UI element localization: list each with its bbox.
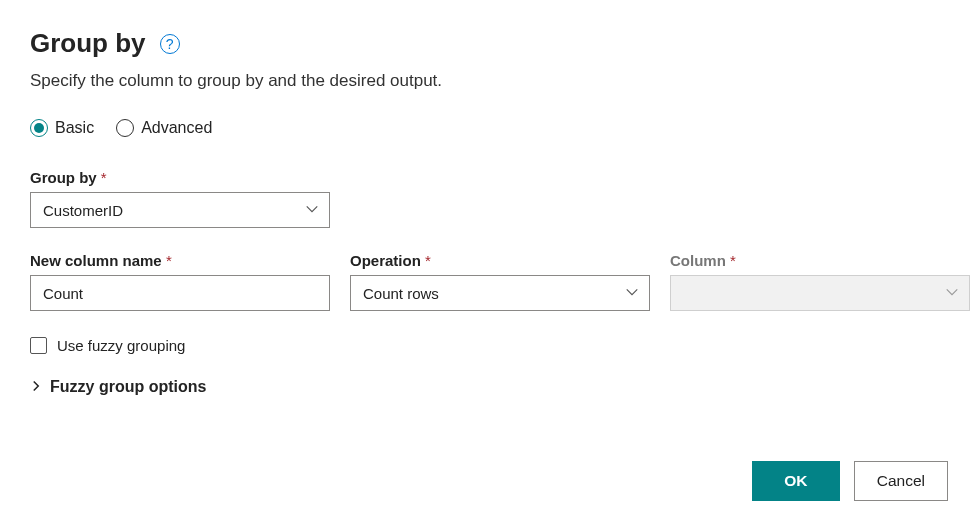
chevron-down-icon xyxy=(305,202,319,219)
fuzzy-grouping-label: Use fuzzy grouping xyxy=(57,337,185,354)
chevron-down-icon xyxy=(625,285,639,302)
operation-field: Operation * Count rows xyxy=(350,252,650,311)
radio-basic-label: Basic xyxy=(55,119,94,137)
dialog-subtitle: Specify the column to group by and the d… xyxy=(30,71,948,91)
new-column-input[interactable]: Count xyxy=(30,275,330,311)
ok-button[interactable]: OK xyxy=(752,461,840,501)
help-icon[interactable]: ? xyxy=(160,34,180,54)
aggregation-row: New column name * Count Operation * Coun… xyxy=(30,252,948,311)
new-column-field: New column name * Count xyxy=(30,252,330,311)
fuzzy-grouping-checkbox[interactable]: Use fuzzy grouping xyxy=(30,337,948,354)
fuzzy-options-label: Fuzzy group options xyxy=(50,378,206,396)
new-column-value: Count xyxy=(43,285,83,302)
group-by-select[interactable]: CustomerID xyxy=(30,192,330,228)
column-field: Column * xyxy=(670,252,970,311)
operation-value: Count rows xyxy=(363,285,439,302)
operation-label: Operation * xyxy=(350,252,650,269)
radio-advanced-label: Advanced xyxy=(141,119,212,137)
radio-circle-icon xyxy=(116,119,134,137)
operation-label-text: Operation xyxy=(350,252,421,269)
group-by-value: CustomerID xyxy=(43,202,123,219)
dialog-footer: OK Cancel xyxy=(752,461,948,501)
radio-basic[interactable]: Basic xyxy=(30,119,94,137)
group-by-dialog: Group by ? Specify the column to group b… xyxy=(0,0,978,525)
radio-dot-icon xyxy=(34,123,44,133)
radio-circle-icon xyxy=(30,119,48,137)
chevron-right-icon xyxy=(30,378,42,396)
required-mark: * xyxy=(730,252,736,269)
required-mark: * xyxy=(425,252,431,269)
chevron-down-icon xyxy=(945,285,959,302)
required-mark: * xyxy=(166,252,172,269)
column-label: Column * xyxy=(670,252,970,269)
operation-select[interactable]: Count rows xyxy=(350,275,650,311)
radio-advanced[interactable]: Advanced xyxy=(116,119,212,137)
new-column-label-text: New column name xyxy=(30,252,162,269)
required-mark: * xyxy=(101,169,107,186)
column-select xyxy=(670,275,970,311)
column-label-text: Column xyxy=(670,252,726,269)
new-column-label: New column name * xyxy=(30,252,330,269)
dialog-header: Group by ? xyxy=(30,28,948,59)
group-by-field: Group by * CustomerID xyxy=(30,169,948,228)
group-by-label-text: Group by xyxy=(30,169,97,186)
checkbox-box-icon xyxy=(30,337,47,354)
group-by-label: Group by * xyxy=(30,169,948,186)
fuzzy-options-expander[interactable]: Fuzzy group options xyxy=(30,378,948,396)
dialog-title: Group by xyxy=(30,28,146,59)
mode-radio-group: Basic Advanced xyxy=(30,119,948,137)
cancel-button[interactable]: Cancel xyxy=(854,461,948,501)
